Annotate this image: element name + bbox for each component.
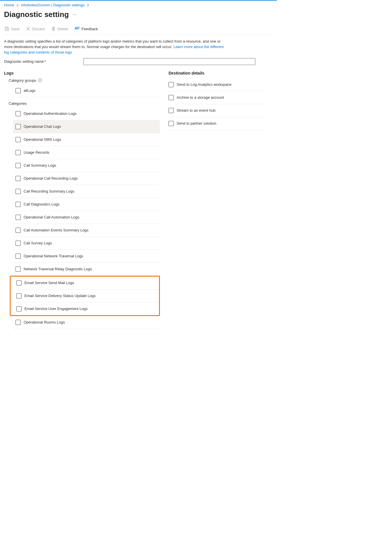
delete-button[interactable]: Delete xyxy=(51,26,69,32)
category-label: Operational Call Recording Logs xyxy=(24,176,78,180)
category-label: Usage Records xyxy=(24,150,49,155)
svg-rect-3 xyxy=(40,80,40,81)
category-label: Email Service Delivery Status Update Log… xyxy=(24,294,96,298)
toolbar: Save Discard Delete Feedback xyxy=(4,24,273,35)
destination-label: Send to Log Analytics workspace xyxy=(177,82,232,87)
feedback-label: Feedback xyxy=(81,27,98,31)
category-label: Call Diagnostics Logs xyxy=(24,202,60,206)
category-checkbox[interactable] xyxy=(16,254,21,259)
category-row[interactable]: Operational Rooms Logs xyxy=(13,316,160,329)
info-icon[interactable] xyxy=(38,78,42,82)
categories-label: Categories xyxy=(9,101,160,106)
category-row[interactable]: Operational Call Automation Logs xyxy=(13,211,160,224)
category-row[interactable]: Operational SMS Logs xyxy=(13,133,160,146)
category-row[interactable]: Usage Records xyxy=(13,146,160,159)
destination-row[interactable]: Send to partner solution xyxy=(169,117,266,130)
save-label: Save xyxy=(11,27,20,31)
category-row[interactable]: Call Recording Summary Logs xyxy=(13,185,160,198)
category-row[interactable]: Email Service Send Mail Logs xyxy=(14,277,159,290)
category-checkbox[interactable] xyxy=(16,215,21,220)
category-row[interactable]: Call Summary Logs xyxy=(13,159,160,172)
category-row[interactable]: Operational Call Recording Logs xyxy=(13,172,160,185)
category-label: Email Service Send Mail Logs xyxy=(24,281,74,285)
category-row[interactable]: Call Automation Events Summary Logs xyxy=(13,224,160,237)
category-label: Operational SMS Logs xyxy=(24,137,61,142)
category-label: Operational Network Traversal Logs xyxy=(24,254,83,258)
category-checkbox[interactable] xyxy=(16,306,22,311)
chevron-right-icon xyxy=(87,4,89,7)
category-checkbox[interactable] xyxy=(16,150,21,155)
save-icon xyxy=(5,26,9,31)
setting-name-label: Diagnostic setting name* xyxy=(4,59,81,64)
category-label: Email Service User Engagement Logs xyxy=(24,307,88,311)
category-checkbox[interactable] xyxy=(16,241,21,246)
category-label: Call Automation Events Summary Logs xyxy=(24,228,88,232)
breadcrumb: Home mhsbxtest2comm | Diagnostic setting… xyxy=(4,1,273,9)
description-text: A diagnostic setting specifies a list of… xyxy=(4,39,225,55)
category-label: Call Summary Logs xyxy=(24,163,56,168)
destination-row[interactable]: Send to Log Analytics workspace xyxy=(169,78,266,91)
category-checkbox[interactable] xyxy=(16,163,21,168)
category-checkbox[interactable] xyxy=(16,202,21,207)
logs-header: Logs xyxy=(4,71,160,75)
email-categories-highlight: Email Service Send Mail Logs Email Servi… xyxy=(10,276,160,316)
destination-checkbox[interactable] xyxy=(169,121,174,126)
discard-button[interactable]: Discard xyxy=(25,26,45,32)
category-label: Operational Call Automation Logs xyxy=(24,215,79,219)
svg-point-2 xyxy=(40,79,40,80)
category-label: Operational Chat Logs xyxy=(24,124,61,129)
category-checkbox[interactable] xyxy=(16,124,21,129)
setting-name-input[interactable] xyxy=(83,58,255,65)
category-checkbox[interactable] xyxy=(16,320,21,325)
category-label: Operational Authentication Logs xyxy=(24,111,77,116)
destination-row[interactable]: Archive to a storage account xyxy=(169,91,266,104)
category-label: Call Recording Summary Logs xyxy=(24,189,74,193)
feedback-icon xyxy=(74,26,80,31)
page-title: Diagnostic setting xyxy=(4,10,69,19)
category-label: Network Traversal Relay Diagnostic Logs xyxy=(24,267,92,271)
destination-row[interactable]: Stream to an event hub xyxy=(169,104,266,117)
category-checkbox[interactable] xyxy=(16,137,21,142)
category-row[interactable]: Network Traversal Relay Diagnostic Logs xyxy=(13,263,160,276)
category-checkbox[interactable] xyxy=(16,189,21,194)
breadcrumb-resource[interactable]: mhsbxtest2comm | Diagnostic settings xyxy=(21,3,85,7)
save-button[interactable]: Save xyxy=(4,26,20,32)
category-row[interactable]: Operational Chat Logs xyxy=(13,120,160,133)
category-checkbox[interactable] xyxy=(16,280,22,286)
category-checkbox[interactable] xyxy=(16,267,21,272)
category-groups-label: Category groups xyxy=(9,78,160,83)
category-row[interactable]: Operational Authentication Logs xyxy=(13,107,160,120)
category-row[interactable]: Call Survey Logs xyxy=(13,237,160,250)
destination-label: Send to partner solution xyxy=(177,121,216,125)
destination-checkbox[interactable] xyxy=(169,95,174,100)
svg-point-0 xyxy=(75,27,77,28)
breadcrumb-home[interactable]: Home xyxy=(4,3,14,7)
trash-icon xyxy=(51,26,56,31)
category-group-row[interactable]: allLogs xyxy=(13,84,160,97)
destination-checkbox[interactable] xyxy=(169,82,174,87)
destinations-header: Destination details xyxy=(169,71,266,75)
category-checkbox[interactable] xyxy=(16,176,21,181)
category-row[interactable]: Call Diagnostics Logs xyxy=(13,198,160,211)
alllogs-checkbox[interactable] xyxy=(16,88,21,93)
category-checkbox[interactable] xyxy=(16,293,22,298)
category-row[interactable]: Operational Network Traversal Logs xyxy=(13,250,160,263)
alllogs-label: allLogs xyxy=(24,88,35,93)
destination-label: Archive to a storage account xyxy=(177,95,224,100)
feedback-button[interactable]: Feedback xyxy=(74,26,98,32)
category-label: Call Survey Logs xyxy=(24,241,52,245)
category-checkbox[interactable] xyxy=(16,228,21,233)
close-icon xyxy=(26,26,30,31)
destination-checkbox[interactable] xyxy=(169,108,174,113)
category-row[interactable]: Email Service Delivery Status Update Log… xyxy=(14,290,159,303)
delete-label: Delete xyxy=(58,27,68,31)
category-checkbox[interactable] xyxy=(16,111,21,116)
category-row[interactable]: Email Service User Engagement Logs xyxy=(14,303,159,315)
more-actions-button[interactable]: ⋯ xyxy=(73,12,77,17)
discard-label: Discard xyxy=(32,27,45,31)
destination-label: Stream to an event hub xyxy=(177,108,215,113)
category-label: Operational Rooms Logs xyxy=(24,320,65,324)
chevron-right-icon xyxy=(16,4,19,7)
